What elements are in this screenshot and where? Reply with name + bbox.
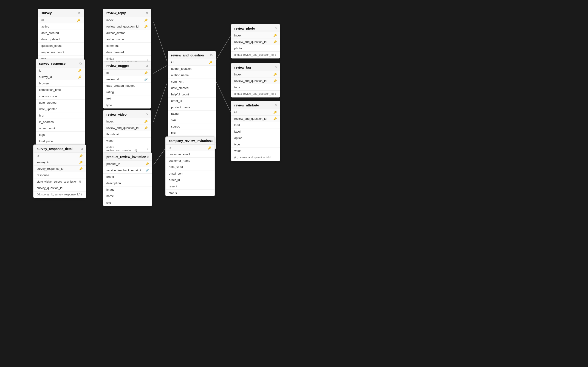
external-link-icon-rr[interactable]: ⧉ <box>146 11 148 15</box>
field-rp-photo: photo <box>231 45 280 52</box>
field-sr-survey-id: survey_id 🔑 <box>36 74 85 80</box>
table-name-review-video: review_video <box>106 113 127 116</box>
field-survey-responses-count: responses_count <box>38 49 84 56</box>
key-icon: 🔑 <box>208 146 211 150</box>
field-rr-index: index 🔑 <box>103 17 151 23</box>
field-sr-ip-address: ip_address <box>36 119 85 125</box>
table-header-survey-response[interactable]: survey_response ⧉ <box>36 59 85 67</box>
field-pri-brand: brand <box>103 174 152 180</box>
external-link-icon-raq[interactable]: ⧉ <box>210 53 212 57</box>
info-icon[interactable]: ℹ <box>81 193 82 196</box>
field-pri-name: name <box>103 193 152 199</box>
field-raq-author-location: author_location <box>168 66 216 72</box>
footer-review-tag: (index, review_and_question_id) ℹ <box>231 91 280 97</box>
table-name-rp: review_photo <box>234 27 255 30</box>
info-icon[interactable]: ℹ <box>275 92 276 95</box>
table-review-reply: review_reply ⧉ index 🔑 review_and_questi… <box>103 9 151 66</box>
key-icon: 🔑 <box>273 73 277 76</box>
external-link-icon-rv[interactable]: ⧉ <box>146 113 148 116</box>
connector-lines <box>0 0 588 367</box>
field-sr-order-count: order_count <box>36 125 85 132</box>
field-rr-comment: comment <box>103 43 151 49</box>
table-name-pri: product_review_invitation <box>106 155 146 159</box>
table-review-attribute: review_attribute ⧉ id 🔑 review_and_quest… <box>231 101 280 161</box>
field-rv-video: video <box>103 138 151 144</box>
diagram-canvas: survey ⧉ id 🔑 active date_created date_u… <box>0 0 588 367</box>
table-survey-response-detail: survey_response_detail ⧉ id 🔑 survey_id … <box>33 144 86 198</box>
field-raq-order-id: order_id <box>168 98 216 104</box>
table-name-raq: review_and_question <box>171 53 204 57</box>
field-sr-id: id 🔑 <box>36 67 85 74</box>
table-name-review-reply: review_reply <box>106 11 126 15</box>
key-icon: 🔑 <box>209 61 212 64</box>
table-header-raq[interactable]: review_and_question ⧉ <box>168 51 216 59</box>
field-cri-status: status <box>166 190 215 196</box>
footer-review-attribute: (id, review_and_question_id) ℹ <box>231 154 280 161</box>
table-header-review-reply[interactable]: review_reply ⧉ <box>103 9 151 17</box>
field-ra-label: label <box>231 128 280 135</box>
field-cri-id: id 🔑 <box>166 145 215 151</box>
key-icon: 🔑 <box>273 117 277 120</box>
external-link-icon-cri[interactable]: ⧉ <box>211 139 213 143</box>
field-pri-product-id: product_id 🔑 <box>103 161 152 167</box>
field-rn-text: text <box>103 95 151 102</box>
external-link-icon-survey-response[interactable]: ⧉ <box>79 62 82 65</box>
field-survey-date-created: date_created <box>38 30 84 36</box>
key-icon: 🔑 <box>77 19 80 22</box>
key-icon: 🔑 <box>144 25 148 28</box>
table-header-rp[interactable]: review_photo ⧉ <box>231 24 280 32</box>
key-icon: 🔑 <box>273 34 277 37</box>
external-link-icon-survey[interactable]: ⧉ <box>78 11 80 15</box>
field-raq-helpful-count: helpful_count <box>168 91 216 98</box>
field-cri-customer-name: customer_name <box>166 158 215 164</box>
table-company-review-invitation: company_review_invitation ⧉ id 🔑 custome… <box>165 136 215 196</box>
key-icon: 🔑 <box>144 71 148 75</box>
field-rv-raqid: review_and_question_id 🔑 <box>103 125 151 131</box>
info-icon[interactable]: ℹ <box>275 53 276 56</box>
fk-icon: 🔗 <box>144 78 148 81</box>
table-name-srd: survey_response_detail <box>37 147 73 151</box>
info-icon[interactable]: ℹ <box>270 156 271 159</box>
field-rn-review-id: review_id 🔗 <box>103 76 151 83</box>
external-link-icon-ra[interactable]: ⧉ <box>275 103 277 107</box>
field-rr-date-created: date_created <box>103 49 151 56</box>
field-srd-survey-response-id: survey_response_id 🔑 <box>34 166 86 172</box>
info-icon[interactable]: ℹ <box>147 148 148 150</box>
table-name-rt: review_tag <box>234 66 251 69</box>
fk-icon: 🔗 <box>145 169 149 172</box>
external-link-icon-srd[interactable]: ⧉ <box>81 147 83 151</box>
field-cri-resent: resent <box>166 183 215 190</box>
key-icon: 🔑 <box>79 161 83 164</box>
field-survey-id: id 🔑 <box>38 17 84 23</box>
field-ra-raqid: review_and_question_id 🔑 <box>231 116 280 122</box>
field-rr-author-name: author_name <box>103 36 151 43</box>
table-header-rt[interactable]: review_tag ⧉ <box>231 63 280 71</box>
external-link-icon-pri[interactable]: ⧉ <box>147 155 149 159</box>
field-raq-rating: rating <box>168 110 216 117</box>
table-header-survey[interactable]: survey ⧉ <box>38 9 84 17</box>
external-link-icon-rt[interactable]: ⧉ <box>275 66 277 69</box>
table-survey-response: survey_response ⧉ id 🔑 survey_id 🔑 brows… <box>36 59 85 158</box>
field-rp-raqid: review_and_question_id 🔑 <box>231 39 280 45</box>
field-sr-date-updated: date_updated <box>36 106 85 112</box>
table-product-review-invitation: product_review_invitation ⧉ product_id 🔑… <box>103 152 152 206</box>
external-link-icon-rn[interactable]: ⧉ <box>146 64 148 68</box>
external-link-icon-rp[interactable]: ⧉ <box>275 27 277 30</box>
table-review-video: review_video ⧉ index 🔑 review_and_questi… <box>103 110 151 154</box>
field-srd-response: response <box>34 172 86 178</box>
table-review-and-question: review_and_question ⧉ id 🔑 author_locati… <box>168 51 216 149</box>
svg-line-0 <box>153 22 167 62</box>
table-review-nugget: review_nugget ⧉ id 🔑 review_id 🔗 date_cr… <box>103 61 151 108</box>
field-raq-sku: sku <box>168 117 216 123</box>
field-sr-date-created: date_created <box>36 100 85 106</box>
table-survey: survey ⧉ id 🔑 active date_created date_u… <box>38 9 84 62</box>
field-srd-id: id 🔑 <box>34 153 86 159</box>
table-header-srd[interactable]: survey_response_detail ⧉ <box>34 145 86 153</box>
table-header-pri[interactable]: product_review_invitation ⧉ <box>103 153 152 161</box>
field-rv-index: index 🔑 <box>103 118 151 125</box>
table-header-ra[interactable]: review_attribute ⧉ <box>231 101 280 109</box>
table-header-cri[interactable]: company_review_invitation ⧉ <box>166 137 215 145</box>
table-header-review-nugget[interactable]: review_nugget ⧉ <box>103 62 151 70</box>
table-header-review-video[interactable]: review_video ⧉ <box>103 110 151 118</box>
field-srd-store-widget: store_widget_survey_submission_id <box>34 178 86 185</box>
